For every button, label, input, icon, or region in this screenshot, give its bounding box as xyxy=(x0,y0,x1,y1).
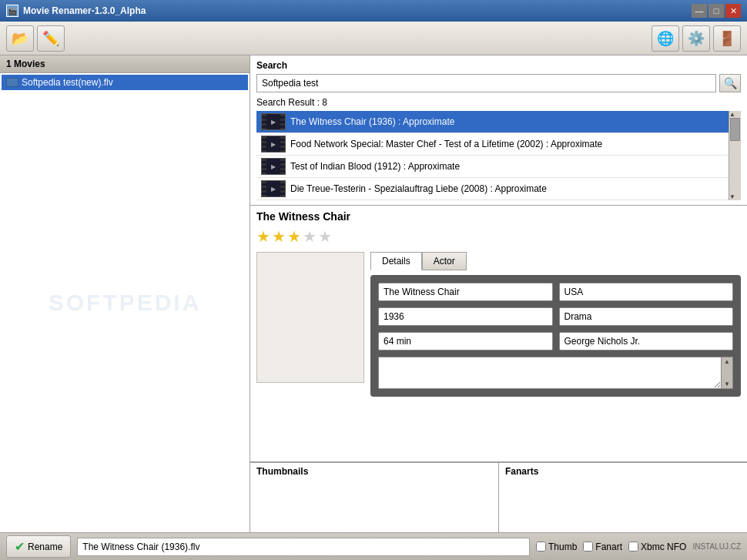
left-panel: 1 Movies SOFTPEDIA Softpedia test(new).f… xyxy=(0,55,250,532)
result-thumb xyxy=(261,158,286,175)
edit-btn[interactable]: ✏️ xyxy=(37,25,65,52)
tab-actor[interactable]: Actor xyxy=(422,252,467,270)
result-title: The Witness Chair (1936) : Approximate xyxy=(290,116,454,127)
rename-label: Rename xyxy=(28,542,62,552)
result-thumb xyxy=(261,113,286,130)
description-row: ▲ ▼ xyxy=(378,357,733,389)
result-title: Die Treue-Testerin - Spezialauftrag Lieb… xyxy=(290,183,547,194)
desc-scroll-up[interactable]: ▲ xyxy=(724,358,730,365)
toolbar-right: 🌐 ⚙️ 🚪 xyxy=(652,25,741,52)
star-1[interactable]: ★ xyxy=(256,227,270,246)
minimize-button[interactable]: — xyxy=(692,4,707,18)
search-result-count: Search Result : 8 xyxy=(256,97,741,108)
maximize-button[interactable]: □ xyxy=(708,4,724,18)
fanart-checkbox[interactable] xyxy=(583,542,593,552)
thumbnails-panel: Thumbnails xyxy=(250,463,498,532)
star-5[interactable]: ★ xyxy=(318,227,332,246)
watermark: SOFTPEDIA xyxy=(49,290,202,316)
rename-button[interactable]: ✔ Rename xyxy=(6,535,71,558)
tab-details[interactable]: Details xyxy=(370,252,422,270)
thumb-checkbox-label[interactable]: Thumb xyxy=(536,542,577,552)
star-2[interactable]: ★ xyxy=(272,227,286,246)
footer-text: INSTALUJ.CZ xyxy=(692,542,741,551)
field-year[interactable]: 1936 xyxy=(378,307,553,326)
thumbnails-header: Thumbnails xyxy=(256,466,492,477)
field-runtime[interactable]: 64 min xyxy=(378,332,553,350)
toolbar: 📂 ✏️ 🌐 ⚙️ 🚪 xyxy=(0,22,747,55)
results-scrollbar[interactable]: ▲ ▼ xyxy=(729,111,741,200)
result-thumb xyxy=(261,136,286,153)
rename-input[interactable] xyxy=(77,538,530,556)
search-button[interactable]: 🔍 xyxy=(719,74,741,92)
scroll-up-arrow[interactable]: ▲ xyxy=(729,111,741,118)
scroll-track xyxy=(729,118,741,193)
desc-scroll-down[interactable]: ▼ xyxy=(724,381,730,387)
close-button[interactable]: ✕ xyxy=(725,4,741,18)
right-panel: Search 🔍 Search Result : 8 The Witness C… xyxy=(250,55,747,532)
file-list: SOFTPEDIA Softpedia test(new).flv xyxy=(0,73,250,532)
file-name: Softpedia test(new).flv xyxy=(22,77,113,88)
main-content: 1 Movies SOFTPEDIA Softpedia test(new).f… xyxy=(0,55,747,532)
fanarts-header: Fanarts xyxy=(505,466,741,477)
search-header: Search xyxy=(256,60,741,71)
result-item[interactable]: Die Treue-Testerin - Spezialauftrag Lieb… xyxy=(256,178,729,200)
scroll-down-arrow[interactable]: ▼ xyxy=(729,193,741,200)
field-country[interactable]: USA xyxy=(559,283,734,301)
app-icon: 🎬 xyxy=(6,5,18,17)
result-item[interactable]: Test of Indian Blood (1912) : Approximat… xyxy=(256,156,729,178)
search-input[interactable] xyxy=(256,74,716,92)
star-3[interactable]: ★ xyxy=(287,227,301,246)
file-icon xyxy=(6,78,18,87)
title-bar: 🎬 Movie Renamer-1.3.0_Alpha — □ ✕ xyxy=(0,0,747,22)
xbmc-nfo-checkbox[interactable] xyxy=(628,542,638,552)
title-bar-left: 🎬 Movie Renamer-1.3.0_Alpha xyxy=(6,5,146,17)
description-scrollbar[interactable]: ▲ ▼ xyxy=(721,357,733,389)
movie-title: The Witness Chair xyxy=(256,210,741,223)
field-movie-title[interactable]: The Witness Chair xyxy=(378,283,553,301)
folder-open-btn[interactable]: 📂 xyxy=(6,25,34,52)
result-title: Test of Indian Blood (1912) : Approximat… xyxy=(290,161,460,172)
field-description[interactable] xyxy=(378,357,721,389)
tabs-area: Details Actor The Witness Chair USA 1936… xyxy=(370,252,741,397)
fanarts-panel: Fanarts xyxy=(498,463,747,532)
file-item[interactable]: Softpedia test(new).flv xyxy=(2,75,248,90)
fanart-label: Fanart xyxy=(595,542,622,552)
results-list: The Witness Chair (1936) : Approximate F… xyxy=(256,111,729,200)
window-controls: — □ ✕ xyxy=(692,4,741,18)
result-item[interactable]: The Witness Chair (1936) : Approximate xyxy=(256,111,729,133)
results-container: The Witness Chair (1936) : Approximate F… xyxy=(256,111,741,200)
globe-btn[interactable]: 🌐 xyxy=(652,25,679,52)
app-title: Movie Renamer-1.3.0_Alpha xyxy=(23,5,146,16)
xbmc-nfo-checkbox-label[interactable]: Xbmc NFO xyxy=(628,542,686,552)
result-thumb xyxy=(261,180,286,197)
detail-grid: The Witness Chair USA 1936 Drama 64 min … xyxy=(378,283,733,389)
result-title: Food Network Special: Master Chef - Test… xyxy=(290,139,602,149)
movie-poster xyxy=(256,252,364,383)
toolbar-left: 📂 ✏️ xyxy=(6,25,65,52)
stars-row: ★ ★ ★ ★ ★ xyxy=(256,227,741,246)
exit-btn[interactable]: 🚪 xyxy=(713,25,741,52)
check-icon: ✔ xyxy=(15,539,25,554)
detail-body: Details Actor The Witness Chair USA 1936… xyxy=(256,252,741,397)
thumb-checkbox[interactable] xyxy=(536,542,546,552)
media-section: Thumbnails Fanarts xyxy=(250,462,747,532)
movies-panel-header: 1 Movies xyxy=(0,55,250,73)
field-director[interactable]: George Nichols Jr. xyxy=(559,332,734,350)
star-4[interactable]: ★ xyxy=(303,227,317,246)
xbmc-nfo-label: Xbmc NFO xyxy=(641,542,686,552)
settings-btn[interactable]: ⚙️ xyxy=(682,25,710,52)
search-row: 🔍 xyxy=(256,74,741,92)
scroll-thumb xyxy=(730,118,740,141)
movie-detail-section: The Witness Chair ★ ★ ★ ★ ★ Details Acto… xyxy=(250,206,747,462)
result-item[interactable]: Food Network Special: Master Chef - Test… xyxy=(256,133,729,156)
field-genre[interactable]: Drama xyxy=(559,307,734,326)
status-bar: ✔ Rename Thumb Fanart Xbmc NFO INSTALUJ.… xyxy=(0,532,747,560)
fanart-checkbox-label[interactable]: Fanart xyxy=(583,542,622,552)
search-section: Search 🔍 Search Result : 8 The Witness C… xyxy=(250,55,747,206)
thumb-label: Thumb xyxy=(548,542,577,552)
tab-content-details: The Witness Chair USA 1936 Drama 64 min … xyxy=(370,275,741,397)
tabs-header: Details Actor xyxy=(370,252,741,270)
status-checkboxes: Thumb Fanart Xbmc NFO xyxy=(536,542,686,552)
